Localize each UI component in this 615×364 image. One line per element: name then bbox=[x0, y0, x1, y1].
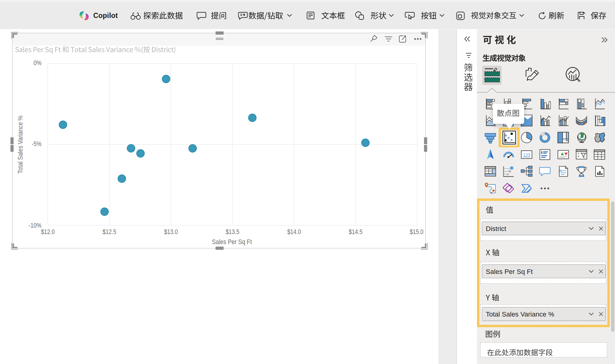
svg-text:123: 123 bbox=[523, 152, 531, 157]
